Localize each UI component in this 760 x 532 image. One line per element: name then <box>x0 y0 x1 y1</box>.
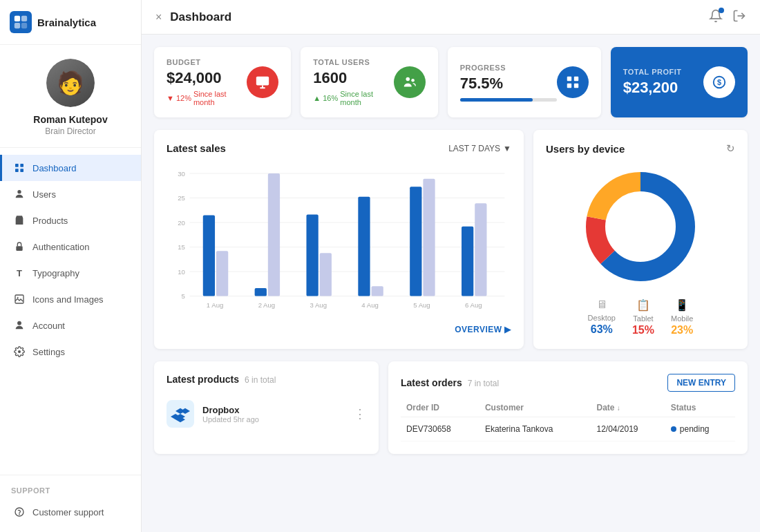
sidebar-item-label: Dashboard <box>32 163 77 173</box>
svg-rect-41 <box>268 173 280 296</box>
svg-rect-48 <box>462 227 473 296</box>
stat-info: BUDGET $24,000 ▼ 12% Since last month <box>167 58 247 106</box>
bag-icon <box>13 214 26 227</box>
tablet-pct: 15% <box>632 324 654 336</box>
sidebar-item-label: Account <box>32 321 65 331</box>
progress-bar-wrap <box>460 98 557 102</box>
profile-section: 🧑 Roman Kutepov Brain Director <box>0 45 141 148</box>
progress-value: 75.5% <box>460 75 557 93</box>
sidebar-item-products[interactable]: Products <box>0 207 141 234</box>
product-item: Dropbox Updated 5hr ago ⋮ <box>167 395 366 433</box>
typography-icon: T <box>13 267 26 279</box>
users-icon-wrap <box>394 66 426 98</box>
svg-rect-22 <box>567 84 571 88</box>
sidebar: Brainalytica 🧑 Roman Kutepov Brain Direc… <box>0 0 142 532</box>
arrow-up-icon: ▲ <box>313 94 321 102</box>
main-nav: Dashboard Users Products Authentication … <box>0 148 141 475</box>
arrow-down-icon: ▼ <box>167 94 174 102</box>
overview-link[interactable]: OVERVIEW ▶ <box>167 318 511 334</box>
status-dot <box>671 426 676 432</box>
sidebar-item-label: Authentication <box>32 242 89 252</box>
stat-card-users: TOTAL USERS 1600 ▲ 16% Since last month <box>301 47 437 117</box>
stat-info: PROGRESS 75.5% <box>460 64 557 102</box>
budget-label: BUDGET <box>167 58 247 66</box>
product-menu-button[interactable]: ⋮ <box>354 406 366 421</box>
content-area: BUDGET $24,000 ▼ 12% Since last month TO… <box>142 35 760 532</box>
profile-role: Brain Director <box>45 126 95 136</box>
svg-rect-20 <box>567 77 571 81</box>
topbar-actions <box>709 9 746 25</box>
svg-rect-7 <box>20 169 23 172</box>
products-count: 6 in total <box>245 375 276 385</box>
new-entry-button[interactable]: NEW ENTRY <box>667 374 735 392</box>
page-title: Dashboard <box>170 10 701 24</box>
exit-button[interactable] <box>732 9 746 25</box>
sort-icon: ↓ <box>617 404 620 412</box>
users-label: TOTAL USERS <box>313 58 393 66</box>
svg-point-59 <box>609 195 672 258</box>
progress-label: PROGRESS <box>460 64 557 72</box>
orders-header: Latest orders 7 in total NEW ENTRY <box>401 374 735 392</box>
orders-table: Order ID Customer Date ↓ Status DEV73065… <box>401 399 735 441</box>
sidebar-item-label: Icons and Images <box>32 294 104 305</box>
progress-bar-fill <box>460 98 533 102</box>
users-change: ▲ 16% Since last month <box>313 90 393 106</box>
svg-rect-2 <box>15 23 20 28</box>
svg-rect-21 <box>573 77 578 81</box>
svg-rect-39 <box>216 251 228 296</box>
products-header: Latest products 6 in total <box>167 374 366 385</box>
sidebar-item-typography[interactable]: T Typography <box>0 260 141 286</box>
svg-rect-49 <box>475 203 486 296</box>
budget-change: ▼ 12% Since last month <box>167 90 247 106</box>
progress-icon-wrap <box>557 66 589 98</box>
svg-text:$: $ <box>717 78 721 86</box>
chart-period-selector[interactable]: LAST 7 DAYS ▼ <box>448 144 511 153</box>
status-badge: pending <box>671 424 710 434</box>
svg-text:15: 15 <box>178 243 185 251</box>
charts-row: Latest sales LAST 7 DAYS ▼ 30 <box>154 130 748 349</box>
stat-card-profit: TOTAL PROFIT $23,200 $ <box>611 47 748 117</box>
account-icon <box>13 319 26 332</box>
desktop-label: Desktop <box>588 314 616 322</box>
order-date: 12/04/2019 <box>591 417 665 441</box>
notification-dot <box>719 8 724 13</box>
notification-button[interactable] <box>709 9 723 25</box>
order-status: pending <box>665 417 735 441</box>
svg-rect-45 <box>372 286 383 296</box>
svg-text:2 Aug: 2 Aug <box>258 301 276 309</box>
person-icon <box>13 188 26 200</box>
sidebar-item-dashboard[interactable]: Dashboard <box>0 155 141 181</box>
sidebar-item-authentication[interactable]: Authentication <box>0 234 141 260</box>
chevron-down-icon: ▼ <box>503 144 511 153</box>
device-chart-title: Users by device <box>546 143 625 155</box>
svg-text:5 Aug: 5 Aug <box>413 301 430 309</box>
sidebar-item-label: Typography <box>32 268 79 278</box>
svg-point-19 <box>411 79 415 82</box>
svg-text:3 Aug: 3 Aug <box>310 301 327 309</box>
svg-text:5: 5 <box>182 292 185 300</box>
sidebar-logo: Brainalytica <box>0 0 141 45</box>
svg-rect-17 <box>256 77 269 86</box>
svg-rect-43 <box>320 253 332 296</box>
profit-value: $23,200 <box>623 79 682 97</box>
stat-info: TOTAL USERS 1600 ▲ 16% Since last month <box>313 58 393 106</box>
col-date: Date ↓ <box>591 399 665 417</box>
sidebar-item-customer-support[interactable]: Customer support <box>0 499 141 525</box>
sidebar-item-settings[interactable]: Settings <box>0 339 141 365</box>
svg-rect-5 <box>20 164 23 167</box>
support-heading: Support <box>0 482 141 499</box>
order-id: DEV730658 <box>401 417 479 441</box>
svg-text:1 Aug: 1 Aug <box>207 301 224 309</box>
chart-header: Latest sales LAST 7 DAYS ▼ <box>167 142 511 154</box>
device-legend: 🖥 Desktop 63% 📋 Tablet 15% 📱 Mobile <box>588 298 694 336</box>
sidebar-item-icons-images[interactable]: Icons and Images <box>0 286 141 312</box>
status-text: pending <box>680 424 710 434</box>
users-by-device-card: Users by device ↻ 🖥 <box>533 130 748 349</box>
mobile-label: Mobile <box>671 314 693 323</box>
close-icon[interactable]: × <box>155 11 162 23</box>
sidebar-item-users[interactable]: Users <box>0 181 141 207</box>
sidebar-item-account[interactable]: Account <box>0 312 141 339</box>
product-info: Dropbox Updated 5hr ago <box>202 405 259 424</box>
col-status: Status <box>665 399 735 417</box>
refresh-button[interactable]: ↻ <box>726 142 735 155</box>
